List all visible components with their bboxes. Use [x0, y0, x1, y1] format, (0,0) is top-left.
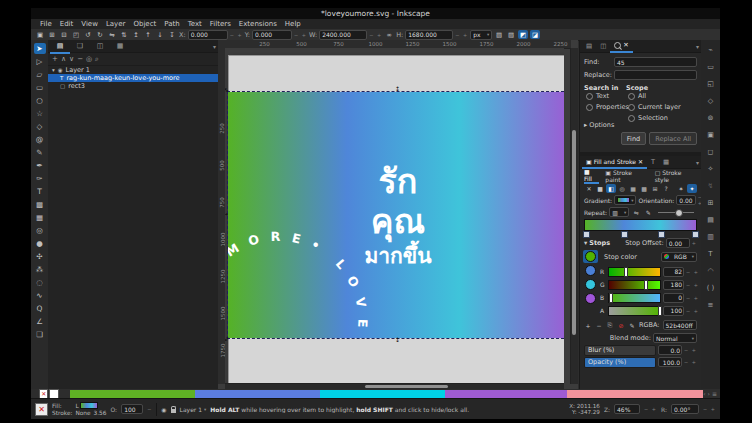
- stop-action-icon[interactable]: −: [595, 321, 603, 330]
- menu-item[interactable]: Extensions: [235, 20, 281, 28]
- gradient-stop-handle[interactable]: [658, 231, 665, 238]
- tool-icon[interactable]: ❏: [34, 329, 46, 340]
- paint-option-icon[interactable]: ✶: [676, 184, 686, 193]
- fill-swatch[interactable]: [80, 402, 98, 409]
- gradient-stop-item[interactable]: [583, 264, 598, 277]
- gradient-preview-bar[interactable]: [584, 219, 697, 231]
- paint-type-icon[interactable]: ⊞: [650, 184, 660, 193]
- x-field[interactable]: 0.000: [188, 30, 228, 40]
- stop-action-icon[interactable]: ⎘: [606, 321, 614, 330]
- menu-item[interactable]: Layer: [102, 20, 130, 28]
- object-opacity-spinner[interactable]: −: [147, 406, 152, 412]
- slider-thumb[interactable]: [609, 293, 613, 303]
- opacity-slider[interactable]: Opacity (%): [584, 357, 656, 368]
- opacity-value[interactable]: 100.0: [658, 357, 682, 367]
- units-dropdown[interactable]: px▾: [470, 30, 492, 40]
- tool-icon[interactable]: ▩: [34, 199, 46, 210]
- paint-type-icon[interactable]: ◧: [606, 184, 616, 193]
- snap-icon[interactable]: ◻: [705, 146, 717, 157]
- orientation-field[interactable]: 0.00: [676, 195, 695, 205]
- paint-type-icon[interactable]: ◎: [617, 184, 627, 193]
- tool-icon[interactable]: ∿: [34, 290, 46, 301]
- tool-icon[interactable]: ⁂: [34, 264, 46, 275]
- snap-icon[interactable]: ▭: [705, 61, 717, 72]
- toolbar-icon[interactable]: ↑: [143, 30, 153, 39]
- gradient-stop-handle[interactable]: [583, 231, 590, 238]
- menu-item[interactable]: Object: [129, 20, 160, 28]
- toolbar-icon[interactable]: ↺: [83, 30, 93, 39]
- menu-item[interactable]: Help: [281, 20, 305, 28]
- menu-item[interactable]: Text: [184, 20, 206, 28]
- paint-type-icon[interactable]: ■: [595, 184, 605, 193]
- zoom-field[interactable]: 46%: [614, 404, 640, 414]
- snap-icon[interactable]: ✧: [705, 163, 717, 174]
- gradient-action-icon[interactable]: ⇋: [631, 208, 641, 217]
- stop-action-icon[interactable]: ⊘: [617, 321, 625, 330]
- paint-option-icon[interactable]: ✦: [687, 184, 697, 193]
- dock-tab-icon[interactable]: ◫: [90, 40, 110, 52]
- gradient-stop-item[interactable]: [583, 278, 598, 291]
- snap-icon[interactable]: ▥: [705, 231, 717, 242]
- slider-thumb[interactable]: [658, 306, 662, 316]
- offset-slider[interactable]: [658, 212, 694, 213]
- slider-value[interactable]: 0: [663, 293, 684, 303]
- tab-fill[interactable]: ■ Fill: [584, 168, 599, 184]
- w-spinner[interactable]: − +: [369, 32, 382, 38]
- toolbar-toggle-icon[interactable]: ◪: [530, 30, 540, 39]
- tab-fill-and-stroke[interactable]: ▣ Fill and Stroke ✕: [582, 155, 647, 169]
- slider-value[interactable]: 100: [663, 306, 684, 316]
- tool-icon[interactable]: ▱: [34, 69, 46, 80]
- lock-ratio-icon[interactable]: ∞: [384, 30, 394, 39]
- tab-find-replace[interactable]: ✕: [610, 39, 632, 53]
- slider-spinner[interactable]: − +: [686, 308, 699, 314]
- h-field[interactable]: 1680.000: [405, 30, 453, 40]
- slider-thumb[interactable]: [675, 209, 683, 217]
- object-opacity-field[interactable]: 100: [121, 404, 143, 414]
- snap-icon[interactable]: ≡: [705, 299, 717, 310]
- tool-icon[interactable]: ▭: [34, 82, 46, 93]
- close-icon[interactable]: ✕: [638, 158, 643, 165]
- menu-item[interactable]: File: [36, 20, 56, 28]
- stop-action-icon[interactable]: ✎: [628, 321, 636, 330]
- dock-tab-icon[interactable]: ▤: [582, 40, 596, 52]
- slider-track[interactable]: [608, 267, 661, 277]
- rotation-spinner[interactable]: − +: [703, 406, 716, 412]
- tool-icon[interactable]: ▷: [34, 56, 46, 67]
- chevron-down-icon[interactable]: ▾: [696, 159, 699, 166]
- replace-input[interactable]: [614, 70, 697, 80]
- snap-icon[interactable]: T: [705, 248, 717, 259]
- dock-tab-icon[interactable]: ◫: [596, 40, 610, 52]
- fill-stroke-indicator[interactable]: Fill: L Stroke: None3.56: [52, 402, 106, 416]
- slider-thumb[interactable]: [644, 280, 648, 290]
- layers-toolbar-icon[interactable]: ∨: [69, 55, 74, 63]
- chevron-down-icon[interactable]: ▾: [213, 43, 216, 50]
- object-row-selected[interactable]: T rag-kun-maag-keun-love-you-more: [48, 74, 218, 82]
- tab-symbols[interactable]: ▦: [659, 156, 673, 168]
- blur-spinner[interactable]: − +: [684, 347, 697, 353]
- tool-icon[interactable]: ✣: [34, 251, 46, 262]
- h-spinner[interactable]: − +: [455, 32, 468, 38]
- palette-control-icon[interactable]: ≡: [712, 390, 717, 397]
- scale-handle-n[interactable]: ↕: [395, 86, 400, 92]
- toolbar-icon[interactable]: ▨: [506, 30, 516, 39]
- palette-swatch[interactable]: [195, 390, 320, 398]
- gradient-dropdown[interactable]: ▾: [614, 195, 636, 205]
- toolbar-icon[interactable]: ↧: [167, 30, 177, 39]
- menu-item[interactable]: Edit: [56, 20, 78, 28]
- close-icon[interactable]: ✕: [623, 41, 628, 49]
- toolbar-icon[interactable]: ⊞: [47, 30, 57, 39]
- x-spinner[interactable]: − +: [230, 32, 243, 38]
- selected-gradient-rect[interactable]: L O V E Y O U M O R E • L O V E Y O U M …: [228, 92, 564, 338]
- slider-thumb[interactable]: [624, 267, 628, 277]
- snap-icon[interactable]: ◠: [705, 265, 717, 276]
- toolbar-icon[interactable]: ↻: [95, 30, 105, 39]
- snap-icon[interactable]: ▤: [705, 214, 717, 225]
- layers-toolbar-icon[interactable]: +: [52, 55, 58, 63]
- toolbar-icon[interactable]: ↓: [155, 30, 165, 39]
- stop-action-icon[interactable]: +: [584, 321, 592, 330]
- palette-swatch[interactable]: [70, 390, 195, 398]
- snap-icon[interactable]: ( ): [705, 282, 717, 293]
- blur-slider[interactable]: Blur (%): [584, 345, 656, 356]
- snap-icon[interactable]: ⌁: [705, 44, 717, 55]
- toolbar-icon[interactable]: ◰: [71, 30, 81, 39]
